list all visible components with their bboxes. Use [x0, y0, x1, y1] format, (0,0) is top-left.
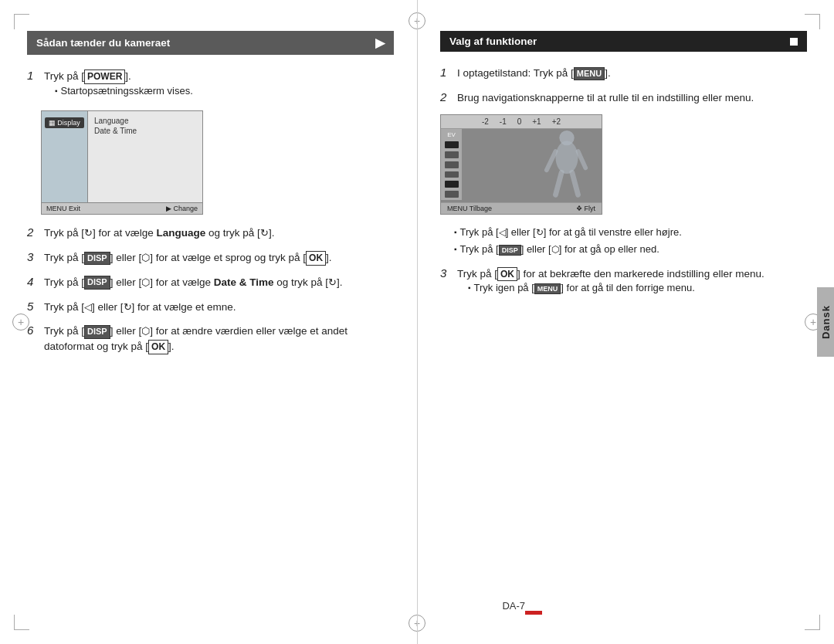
- right-header-square: [790, 38, 798, 46]
- ev-marker-0: 0: [517, 117, 522, 126]
- ev-label: EV: [447, 131, 456, 138]
- right-column: Valg af funktioner 1 I optagetilstand: T…: [417, 31, 807, 613]
- step-2-content: Tryk på [↻] for at vælge Language og try…: [44, 225, 394, 241]
- nav-icon-5a: ◁: [84, 301, 92, 313]
- step-4-num: 4: [27, 275, 41, 288]
- nav-icon-3: ⬡: [141, 252, 150, 263]
- right-step-2-bullet-1: Tryk på [◁] eller [↻] for at gå til vens…: [454, 225, 807, 239]
- camera-screen-mockup: Display Language Date & Time MENU Exit ▶…: [41, 110, 203, 215]
- ev-footer: MENU Tilbage ❖ Flyt: [441, 202, 602, 214]
- step-6-num: 6: [27, 324, 41, 337]
- ev-top-bar: -2 -1 0 +1 +2: [441, 115, 602, 129]
- disp-key-3: DISP: [84, 252, 110, 265]
- step-1-subbullet: Startopsætningsskærm vises.: [55, 84, 394, 98]
- ev-markers: -2 -1 0 +1 +2: [482, 117, 561, 126]
- ev-marker-p2: +2: [552, 117, 561, 126]
- step-5-content: Tryk på [◁] eller [↻] for at vælge et em…: [44, 300, 394, 315]
- disp-key-r2: DISP: [499, 245, 521, 256]
- ev-icons: EV: [441, 129, 463, 200]
- ev-icon-3: [445, 161, 459, 168]
- dansk-tab: Dansk: [817, 287, 834, 357]
- right-header-title: Valg af funktioner: [449, 36, 537, 47]
- step-3-content: Tryk på [DISP] eller [⬡] for at vælge et…: [44, 250, 394, 266]
- nav-icon-2a: ↻: [84, 227, 93, 239]
- nav-left-icon: ◁: [499, 227, 506, 238]
- nav-right-icon: ↻: [536, 227, 544, 238]
- cam-footer-change: ▶ Change: [166, 205, 198, 212]
- ok-key-6: OK: [148, 340, 168, 354]
- ev-screen-mockup: -2 -1 0 +1 +2 EV: [440, 114, 602, 215]
- corner-mark-tr: [805, 14, 820, 29]
- step-1-num: 1: [27, 69, 41, 82]
- right-step-2-bullet-2: Tryk på [DISP] eller [⬡] for at gå op el…: [454, 242, 807, 256]
- ev-marker-n1: -1: [500, 117, 507, 126]
- step-6-content: Tryk på [DISP] eller [⬡] for at ændre væ…: [44, 324, 394, 354]
- right-section-header: Valg af funktioner: [440, 31, 807, 52]
- ev-icon-2: [445, 151, 459, 158]
- step-3: 3 Tryk på [DISP] eller [⬡] for at vælge …: [27, 250, 394, 266]
- svg-line-3: [578, 151, 586, 168]
- cam-main-area: Language Date & Time: [88, 111, 202, 214]
- svg-line-2: [547, 151, 556, 170]
- right-step-2-num: 2: [440, 90, 454, 103]
- left-section-header: Sådan tænder du kameraet ▶: [27, 31, 394, 55]
- left-header-title: Sådan tænder du kameraet: [36, 37, 170, 49]
- power-key: POWER: [84, 69, 125, 84]
- step-2: 2 Tryk på [↻] for at vælge Language og t…: [27, 225, 394, 241]
- right-step-2-bullets: Tryk på [◁] eller [↻] for at gå til vens…: [443, 225, 807, 256]
- step-6: 6 Tryk på [DISP] eller [⬡] for at ændre …: [27, 324, 394, 354]
- right-step-2: 2 Brug navigationsknapperne til at rulle…: [440, 90, 807, 106]
- dansk-label: Dansk: [820, 305, 832, 339]
- cam-menu-language: Language: [94, 116, 196, 126]
- cam-footer-exit: MENU Exit: [46, 205, 80, 212]
- ev-icon-6: [445, 191, 459, 198]
- ev-footer-right: ❖ Flyt: [576, 205, 595, 212]
- step-5-num: 5: [27, 300, 41, 313]
- ev-icon-5: [445, 181, 459, 188]
- step-2-num: 2: [27, 225, 41, 239]
- figure-silhouette: [540, 129, 594, 200]
- disp-key-4: DISP: [84, 276, 110, 289]
- menu-key-r1: MENU: [574, 67, 605, 80]
- ok-key-3: OK: [306, 251, 326, 266]
- right-step-3: 3 Tryk på [OK] for at bekræfte den marke…: [440, 266, 807, 299]
- corner-mark-br: [805, 615, 820, 630]
- step-4-content: Tryk på [DISP] eller [⬡] for at vælge Da…: [44, 275, 394, 290]
- nav-ud-icon: ⬡: [551, 244, 559, 255]
- nav-icon-5b: ↻: [124, 301, 132, 313]
- right-step-3-bullet: Tryk igen på [MENU] for at gå til den fo…: [468, 281, 807, 295]
- step-5: 5 Tryk på [◁] eller [↻] for at vælge et …: [27, 300, 394, 315]
- step-1: 1 Tryk på [POWER]. Startopsætningsskærm …: [27, 69, 394, 101]
- cam-menu-datetime: Date & Time: [94, 126, 196, 136]
- nav-icon-4: ⬡: [141, 276, 150, 288]
- corner-mark-bl: [14, 615, 29, 630]
- left-header-arrow: ▶: [375, 36, 385, 50]
- nav-icon-6: ⬡: [141, 325, 150, 337]
- menu-key-r3: MENU: [534, 283, 561, 295]
- right-step-1: 1 I optagetilstand: Tryk på [MENU].: [440, 66, 807, 81]
- right-step-3-num: 3: [440, 266, 454, 280]
- svg-point-1: [555, 141, 578, 175]
- svg-line-5: [572, 172, 578, 195]
- nav-icon-4b: ↻: [328, 276, 337, 288]
- ev-body: EV: [441, 129, 602, 200]
- cam-footer: MENU Exit ▶ Change: [42, 202, 202, 214]
- step-1-content: Tryk på [POWER]. Startopsætningsskærm vi…: [44, 69, 394, 101]
- ev-footer-left: MENU Tilbage: [447, 205, 492, 212]
- right-step-3-content: Tryk på [OK] for at bekræfte den markere…: [457, 266, 807, 299]
- disp-key-6: DISP: [84, 325, 110, 338]
- svg-line-4: [555, 172, 561, 195]
- page-content: Sådan tænder du kameraet ▶ 1 Tryk på [PO…: [27, 31, 807, 613]
- ev-marker-p1: +1: [532, 117, 541, 126]
- ev-icon-4: [445, 171, 459, 178]
- step-4: 4 Tryk på [DISP] eller [⬡] for at vælge …: [27, 275, 394, 290]
- ev-marker-n2: -2: [482, 117, 489, 126]
- step-3-num: 3: [27, 250, 41, 263]
- cam-display-btn: Display: [45, 117, 84, 128]
- cam-sidebar: Display: [42, 111, 88, 214]
- ev-main-area: [463, 129, 602, 200]
- corner-mark-tl: [14, 14, 29, 29]
- right-step-1-num: 1: [440, 66, 454, 79]
- right-step-1-content: I optagetilstand: Tryk på [MENU].: [457, 66, 807, 81]
- ev-icon-1: [445, 141, 459, 148]
